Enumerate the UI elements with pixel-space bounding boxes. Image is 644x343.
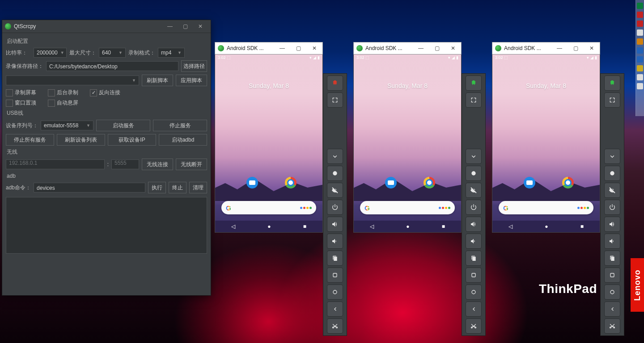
nav-back-icon[interactable]: ◁ [370, 223, 374, 230]
app-switch-button[interactable] [604, 268, 620, 283]
nav-back-icon[interactable]: ◁ [508, 223, 513, 230]
adb-execute-button[interactable]: 执行 [148, 182, 166, 193]
screen-edge-toolbar[interactable] [636, 0, 644, 116]
fullscreen-button[interactable] [327, 92, 343, 108]
maximize-button[interactable]: ▢ [429, 42, 445, 54]
recpath-input[interactable]: C:/Users/bytedance/Desktop [46, 61, 178, 71]
power-button[interactable] [466, 200, 482, 215]
adb-terminate-button[interactable]: 终止 [169, 182, 186, 193]
auto-off-checkbox[interactable] [48, 100, 55, 107]
android-titlebar-3[interactable]: Android SDK ... ― ▢ ✕ [492, 42, 600, 54]
touch-point-button[interactable] [327, 166, 343, 181]
screen-off-button[interactable] [466, 183, 482, 198]
apply-script-button[interactable]: 应用脚本 [176, 75, 207, 86]
refresh-script-button[interactable]: 刷新脚本 [142, 75, 173, 86]
home-button[interactable] [466, 284, 482, 300]
start-adbd-button[interactable]: 启动adbd [159, 134, 207, 146]
nav-recents-icon[interactable]: ■ [580, 223, 584, 230]
choose-path-button[interactable]: 选择路径 [181, 60, 207, 72]
minimize-button[interactable]: ― [551, 42, 568, 54]
messages-app-icon[interactable] [524, 177, 535, 188]
nav-home-icon[interactable]: ● [545, 223, 548, 230]
copy-button[interactable] [604, 251, 620, 266]
nav-back-icon[interactable]: ◁ [231, 223, 235, 230]
nav-recents-icon[interactable]: ■ [303, 223, 306, 230]
assistant-icon[interactable] [577, 207, 589, 209]
android-titlebar-1[interactable]: Android SDK ... ― ▢ ✕ [215, 42, 323, 54]
minimize-button[interactable]: ― [413, 42, 429, 54]
assistant-icon[interactable] [300, 207, 312, 209]
close-button[interactable]: ✕ [445, 42, 461, 54]
qtscrcpy-titlebar[interactable]: QtScrcpy ― ▢ ✕ [2, 20, 211, 33]
volume-down-button[interactable] [327, 234, 343, 249]
volume-up-button[interactable] [327, 217, 343, 232]
port-input[interactable]: 5555 [111, 159, 139, 169]
chrome-app-icon[interactable] [424, 177, 435, 188]
touch-point-button[interactable] [466, 166, 482, 181]
phone-screen-3[interactable]: 3:02 ⬚ ▾◢▮ Sunday, Mar 8 G ◁ ● ■ [492, 54, 600, 233]
assistant-icon[interactable] [439, 207, 450, 209]
screenshot-button[interactable] [327, 318, 343, 334]
background-record-checkbox[interactable] [48, 89, 55, 96]
volume-down-button[interactable] [466, 234, 482, 249]
serial-select[interactable]: emulator-5558▼ [41, 121, 93, 130]
messages-app-icon[interactable] [385, 177, 397, 188]
app-switch-button[interactable] [466, 268, 482, 283]
home-button[interactable] [327, 284, 343, 300]
volume-down-button[interactable] [604, 234, 620, 249]
wireless-disconnect-button[interactable]: 无线断开 [176, 159, 207, 170]
power-button[interactable] [604, 200, 620, 215]
phone-screen-1[interactable]: 3:02 ⬚ ▾◢▮ Sunday, Mar 8 G ◁ ● ■ [215, 54, 323, 233]
adb-output[interactable] [6, 197, 207, 254]
back-button[interactable] [327, 301, 343, 317]
script-select[interactable]: ▼ [6, 75, 139, 85]
maximize-button[interactable]: ▢ [290, 42, 306, 54]
volume-up-button[interactable] [466, 217, 482, 232]
adb-clear-button[interactable]: 清理 [189, 182, 207, 193]
back-button[interactable] [466, 301, 482, 317]
get-ip-button[interactable]: 获取设备IP [108, 134, 156, 146]
messages-app-icon[interactable] [246, 177, 258, 188]
back-button[interactable] [604, 301, 620, 317]
window-top-checkbox[interactable] [6, 100, 13, 107]
chrome-app-icon[interactable] [285, 177, 297, 188]
expand-notification-button[interactable] [327, 149, 343, 164]
maxsize-select[interactable]: 640▼ [99, 48, 126, 58]
touch-point-button[interactable] [604, 166, 620, 181]
close-button[interactable]: ✕ [193, 20, 208, 33]
nav-recents-icon[interactable]: ■ [442, 223, 445, 230]
refresh-devices-button[interactable]: 刷新设备列表 [57, 134, 105, 146]
reverse-connect-checkbox[interactable]: ✓ [90, 89, 97, 96]
nav-home-icon[interactable]: ● [406, 223, 409, 230]
volume-up-button[interactable] [604, 217, 620, 232]
screenshot-button[interactable] [604, 318, 620, 334]
wireless-connect-button[interactable]: 无线连接 [142, 159, 173, 170]
start-service-button[interactable]: 启动服务 [96, 120, 150, 131]
touch-toggle-button[interactable] [466, 75, 482, 91]
google-search-bar[interactable]: G [360, 201, 455, 214]
expand-notification-button[interactable] [604, 149, 620, 164]
screen-off-button[interactable] [604, 183, 620, 198]
power-button[interactable] [327, 200, 343, 215]
record-screen-checkbox[interactable] [6, 89, 13, 96]
copy-button[interactable] [327, 251, 343, 266]
maximize-button[interactable]: ▢ [178, 20, 193, 33]
stop-service-button[interactable]: 停止服务 [153, 120, 207, 131]
adb-cmd-input[interactable]: devices [34, 183, 145, 192]
ip-input[interactable]: 192.168.0.1 [6, 159, 105, 169]
fullscreen-button[interactable] [604, 92, 620, 108]
google-search-bar[interactable]: G [499, 201, 593, 214]
minimize-button[interactable]: ― [274, 42, 290, 54]
fullscreen-button[interactable] [466, 92, 482, 108]
screen-off-button[interactable] [327, 183, 343, 198]
google-search-bar[interactable]: G [221, 201, 316, 214]
stop-all-button[interactable]: 停止所有服务 [6, 134, 54, 146]
android-titlebar-2[interactable]: Android SDK ... ― ▢ ✕ [353, 42, 462, 54]
home-button[interactable] [604, 284, 620, 300]
close-button[interactable]: ✕ [584, 42, 600, 54]
maximize-button[interactable]: ▢ [568, 42, 584, 54]
screenshot-button[interactable] [466, 318, 482, 334]
chrome-app-icon[interactable] [562, 177, 574, 188]
minimize-button[interactable]: ― [162, 20, 178, 33]
touch-toggle-button[interactable] [327, 75, 343, 91]
